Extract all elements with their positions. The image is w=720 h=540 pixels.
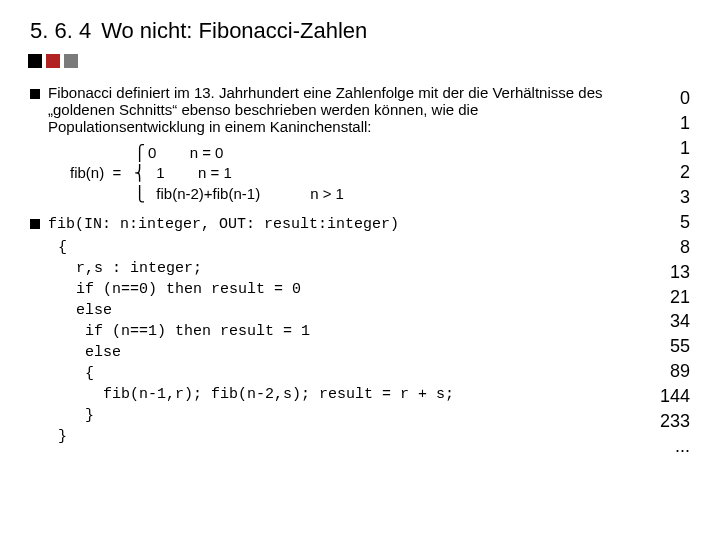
code-signature: fib(IN: n:integer, OUT: result:integer) (48, 214, 399, 235)
fibonacci-sequence: 0 1 1 2 3 5 8 13 21 34 55 89 144 233 ... (634, 84, 690, 458)
bullet-marker (30, 219, 40, 229)
seq-item: 5 (634, 210, 690, 235)
seq-item: 144 (634, 384, 690, 409)
seq-item: 1 (634, 136, 690, 161)
code-block: { r,s : integer; if (n==0) then result =… (58, 237, 622, 447)
seq-item: 1 (634, 111, 690, 136)
bullet-marker (30, 89, 40, 99)
seq-item: 8 (634, 235, 690, 260)
seq-item: ... (634, 434, 690, 459)
seq-item: 34 (634, 309, 690, 334)
decorative-squares (28, 54, 690, 68)
seq-item: 89 (634, 359, 690, 384)
seq-item: 3 (634, 185, 690, 210)
seq-item: 0 (634, 86, 690, 111)
seq-item: 21 (634, 285, 690, 310)
seq-item: 13 (634, 260, 690, 285)
page-title: Wo nicht: Fibonacci-Zahlen (101, 18, 367, 44)
intro-text: Fibonacci definiert im 13. Jahrhundert e… (48, 84, 622, 135)
seq-item: 55 (634, 334, 690, 359)
seq-item: 2 (634, 160, 690, 185)
piecewise-definition: ⎧ 0 n = 0 fib(n) = ⎨ 1 n = 1 ⎩ fib(n-2)+… (70, 143, 622, 204)
seq-item: 233 (634, 409, 690, 434)
section-number: 5. 6. 4 (30, 18, 91, 44)
